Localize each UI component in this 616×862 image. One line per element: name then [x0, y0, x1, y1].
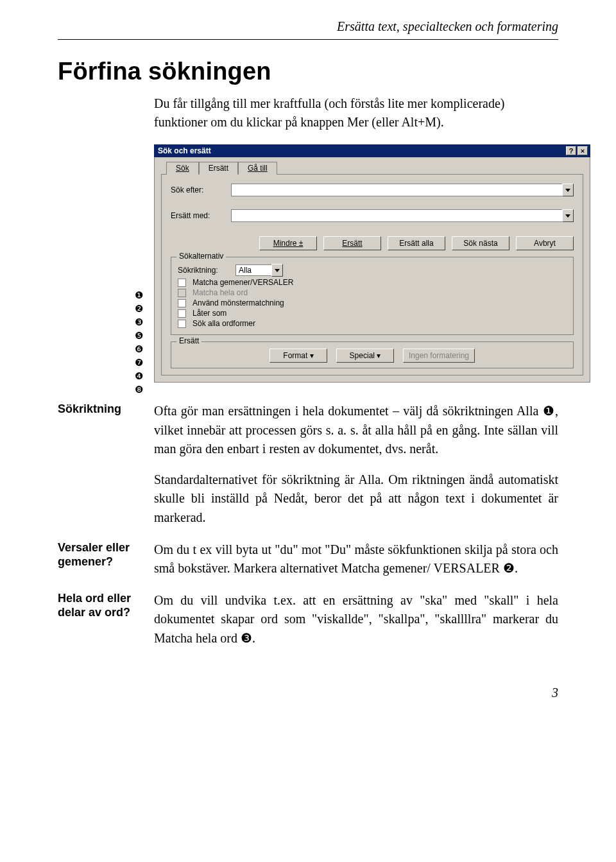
special-button[interactable]: Special ▾	[336, 349, 394, 363]
format-button[interactable]: Format ▾	[270, 349, 327, 363]
tab-sok[interactable]: Sök	[166, 162, 199, 175]
forms-label: Sök alla ordformer	[193, 319, 255, 328]
dialog-title: Sök och ersätt	[158, 146, 211, 155]
cancel-button[interactable]: Avbryt	[516, 236, 574, 250]
sidehead-helaord: Hela ord eller delar av ord?	[58, 591, 154, 620]
noformat-button: Ingen formatering	[403, 349, 475, 363]
pattern-checkbox[interactable]	[178, 299, 186, 307]
less-button[interactable]: Mindre ±	[259, 236, 317, 250]
dialog-screenshot: ❶ ❷ ❸ ❺ ❻ ❼ ❹ ❽ Sök och ersätt ? × Sök E	[154, 144, 558, 383]
sokriktning-p2: Standardalternativet för sökriktning är …	[154, 470, 558, 528]
replace-dropdown-icon[interactable]	[562, 209, 574, 222]
sidehead-versaler: Versaler eller gemener?	[58, 540, 154, 569]
replace-input[interactable]	[231, 209, 562, 222]
callout-numbers: ❶ ❷ ❸ ❺ ❻ ❼ ❹ ❽	[135, 289, 143, 396]
direction-dropdown-icon[interactable]	[271, 264, 283, 277]
close-button[interactable]: ×	[578, 146, 588, 155]
intro-paragraph: Du får tillgång till mer kraftfulla (och…	[58, 94, 558, 132]
find-next-button[interactable]: Sök nästa	[452, 236, 509, 250]
replace-label: Ersätt med:	[171, 211, 226, 220]
options-legend: Sökalternativ	[176, 252, 226, 261]
tab-strip: Sök Ersätt Gå till	[161, 161, 583, 175]
running-head: Ersätta text, specialtecken och formater…	[58, 19, 558, 34]
help-button[interactable]: ?	[566, 146, 576, 155]
forms-checkbox[interactable]	[178, 320, 186, 328]
direction-select[interactable]	[235, 264, 271, 276]
whole-checkbox	[178, 289, 186, 297]
dialog-titlebar: Sök och ersätt ? ×	[154, 144, 590, 157]
case-checkbox[interactable]	[178, 279, 186, 287]
whole-label: Matcha hela ord	[193, 288, 248, 297]
sidehead-sokriktning: Sökriktning	[58, 402, 154, 417]
case-label: Matcha gemener/VERSALER	[193, 278, 293, 287]
sounds-label: Låter som	[193, 309, 227, 318]
find-dropdown-icon[interactable]	[562, 184, 574, 196]
tab-gatill[interactable]: Gå till	[238, 162, 277, 175]
find-input[interactable]	[231, 184, 562, 196]
replace-all-button[interactable]: Ersätt alla	[388, 236, 445, 250]
tab-ersatt[interactable]: Ersätt	[199, 162, 238, 175]
replace-legend: Ersätt	[176, 336, 201, 345]
direction-label: Sökriktning:	[178, 266, 229, 275]
page-title: Förfina sökningen	[58, 58, 558, 85]
header-rule	[58, 39, 558, 40]
page-number: 3	[58, 685, 558, 700]
replace-button[interactable]: Ersätt	[323, 236, 381, 250]
versaler-p1: Om du t ex vill byta ut "du" mot "Du" må…	[154, 540, 558, 578]
find-label: Sök efter:	[171, 185, 226, 194]
pattern-label: Använd mönstermatchning	[193, 298, 284, 307]
sokriktning-p1: Ofta gör man ersättningen i hela dokumen…	[154, 402, 558, 459]
sounds-checkbox[interactable]	[178, 309, 186, 318]
helaord-p1: Om du vill undvika t.ex. att en ersättni…	[154, 591, 558, 648]
